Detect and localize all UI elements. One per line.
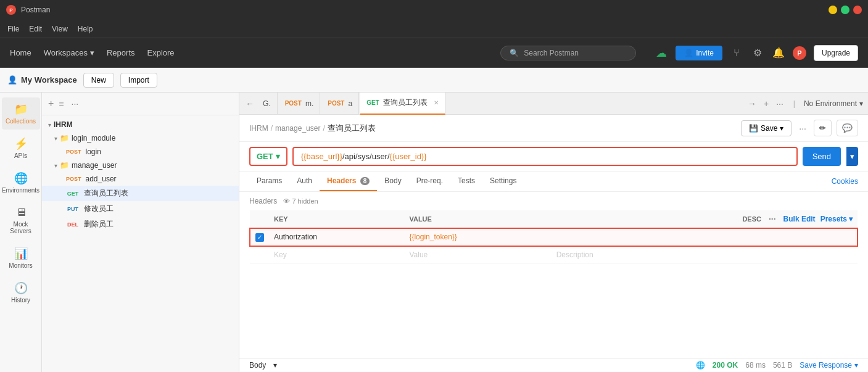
- url-input[interactable]: {{base_url}} /api/sys/user/ {{user_id}}: [292, 147, 798, 166]
- menu-help[interactable]: Help: [78, 25, 93, 33]
- menu-view[interactable]: View: [52, 25, 68, 33]
- save-chevron-icon: ▾: [780, 124, 783, 133]
- import-button[interactable]: Import: [120, 73, 157, 88]
- tree-item-query-employees[interactable]: GET 查询员工列表: [42, 186, 239, 201]
- bell-icon[interactable]: 🔔: [772, 46, 785, 60]
- tree-item-edit-employee[interactable]: PUT 修改员工: [42, 201, 239, 217]
- minimize-button[interactable]: [829, 6, 837, 14]
- sidebar-item-collections[interactable]: 📁 Collections: [2, 97, 40, 130]
- method-chevron-icon: ▾: [276, 152, 280, 161]
- nav-explore[interactable]: Explore: [147, 48, 175, 57]
- nav-reports[interactable]: Reports: [107, 48, 135, 57]
- tab-g[interactable]: G.: [257, 93, 278, 115]
- status-time: 68 ms: [745, 361, 766, 370]
- sidebar-item-history[interactable]: 🕐 History: [2, 276, 40, 308]
- empty-desc-placeholder[interactable]: Description: [556, 250, 593, 259]
- tab-forward-button[interactable]: →: [746, 97, 758, 110]
- tab-prereq[interactable]: Pre-req.: [409, 172, 450, 191]
- menu-edit[interactable]: Edit: [29, 25, 42, 33]
- request-more-icon[interactable]: ···: [796, 122, 809, 134]
- save-response-button[interactable]: Save Response ▾: [800, 361, 858, 370]
- tab-headers[interactable]: Headers 8: [320, 172, 377, 191]
- method-selector[interactable]: GET ▾: [249, 147, 287, 166]
- tree-item-delete-employee[interactable]: DEL 删除员工: [42, 217, 239, 232]
- add-collection-icon[interactable]: +: [48, 98, 54, 109]
- header-key[interactable]: Authorization: [274, 233, 317, 241]
- filter-icon[interactable]: ≡: [59, 99, 64, 109]
- save-button[interactable]: 💾 Save ▾: [741, 120, 792, 136]
- send-dropdown-button[interactable]: ▾: [846, 147, 858, 166]
- tab-body[interactable]: Body: [377, 172, 408, 191]
- new-button[interactable]: New: [83, 73, 114, 88]
- edit-button[interactable]: ✏: [814, 120, 832, 136]
- close-button[interactable]: [853, 6, 862, 14]
- header-value[interactable]: {{login_token}}: [409, 233, 457, 241]
- tab-tests[interactable]: Tests: [450, 172, 482, 191]
- tree-folder-login-module[interactable]: ▾ 📁 login_module: [42, 131, 239, 145]
- tab-get-active[interactable]: GET 查询员工列表 ✕: [360, 93, 445, 115]
- tab-a-label: a: [348, 99, 352, 108]
- tree-folder-manage-user[interactable]: ▾ 📁 manage_user: [42, 159, 239, 172]
- tab-close-icon[interactable]: ✕: [434, 99, 439, 106]
- sidebar-item-apis[interactable]: ⚡ APIs: [2, 132, 40, 164]
- collections-panel: + ≡ ··· ▾ IHRM ▾ 📁 login_module: [42, 93, 239, 372]
- login-module-chevron-icon: ▾: [54, 135, 57, 142]
- headers-table: KEY VALUE DESC ··· Bulk Edit: [249, 210, 858, 263]
- breadcrumb-ihrm[interactable]: IHRM: [249, 124, 268, 133]
- invite-button[interactable]: 👤 Invite: [676, 46, 722, 60]
- tree-item-login[interactable]: POST login: [42, 145, 239, 159]
- tab-settings[interactable]: Settings: [482, 172, 524, 191]
- nav-actions: ☁ 👤 Invite ⑂ ⚙ 🔔 P Upgrade: [655, 45, 858, 61]
- tab-auth[interactable]: Auth: [289, 172, 320, 191]
- tab-back-button[interactable]: ←: [244, 97, 255, 110]
- table-row: ✓ Authorization {{login_token}}: [250, 228, 858, 246]
- git-icon[interactable]: ⑂: [730, 46, 743, 60]
- top-nav: Home Workspaces ▾ Reports Explore 🔍 Sear…: [0, 38, 868, 68]
- th-desc: DESC ··· Bulk Edit Presets ▾: [552, 210, 858, 228]
- cloud-icon[interactable]: ☁: [655, 46, 668, 60]
- row-checkbox[interactable]: ✓: [255, 233, 264, 242]
- presets-button[interactable]: Presets ▾: [820, 215, 853, 223]
- tree-root-ihrm[interactable]: ▾ IHRM: [42, 118, 239, 131]
- user-avatar[interactable]: P: [793, 46, 806, 60]
- request-header: IHRM / manage_user / 查询员工列表 💾 Save ▾ ···: [239, 115, 868, 142]
- tab-more-button[interactable]: ···: [775, 97, 785, 110]
- cookies-link[interactable]: Cookies: [832, 177, 858, 186]
- main-content: ← G. POST m. POST a GET 查询员工列表: [239, 93, 868, 372]
- workspace-bar: 👤 My Workspace New Import: [0, 68, 868, 93]
- nav-home[interactable]: Home: [10, 48, 31, 57]
- tab-a[interactable]: POST a: [321, 93, 359, 115]
- empty-value-placeholder[interactable]: Value: [409, 250, 428, 259]
- tab-m[interactable]: POST m.: [279, 93, 321, 115]
- app-title: Postman: [21, 6, 50, 14]
- menu-file[interactable]: File: [7, 25, 19, 33]
- tab-params[interactable]: Params: [249, 172, 289, 191]
- nav-workspaces[interactable]: Workspaces ▾: [44, 48, 94, 57]
- status-bar: Body ▾ 🌐 200 OK 68 ms 561 B Save Respons…: [239, 358, 868, 372]
- collections-icon: 📁: [14, 102, 28, 116]
- sidebar-item-mock-servers[interactable]: 🖥 Mock Servers: [2, 201, 40, 239]
- sidebar-item-environments[interactable]: 🌐 Environments: [2, 167, 40, 199]
- body-label[interactable]: Body: [249, 361, 266, 370]
- bulk-edit-button[interactable]: Bulk Edit: [783, 215, 816, 223]
- breadcrumb-manage-user[interactable]: manage_user: [275, 124, 320, 133]
- upgrade-button[interactable]: Upgrade: [814, 45, 858, 61]
- settings-icon[interactable]: ⚙: [751, 46, 764, 60]
- empty-key-placeholder[interactable]: Key: [274, 250, 287, 259]
- comment-icon: 💬: [842, 123, 853, 133]
- no-environment-selector[interactable]: No Environment ▾: [804, 99, 863, 108]
- globe-icon: 🌐: [696, 361, 705, 370]
- maximize-button[interactable]: [841, 6, 849, 14]
- collections-more-icon[interactable]: ···: [69, 97, 81, 110]
- tab-add-button[interactable]: +: [763, 97, 770, 110]
- sidebar-item-monitors[interactable]: 📊 Monitors: [2, 242, 40, 274]
- search-bar[interactable]: 🔍 Search Postman: [500, 46, 636, 60]
- comment-button[interactable]: 💬: [837, 120, 858, 136]
- send-button[interactable]: Send: [803, 147, 841, 166]
- url-var2: {{user_id}}: [390, 152, 427, 161]
- th-checkbox: [250, 210, 269, 228]
- search-placeholder: Search Postman: [524, 49, 579, 57]
- tree-item-add-user[interactable]: POST add_user: [42, 172, 239, 186]
- headers-more-icon[interactable]: ···: [766, 213, 779, 225]
- window-controls[interactable]: [829, 6, 862, 14]
